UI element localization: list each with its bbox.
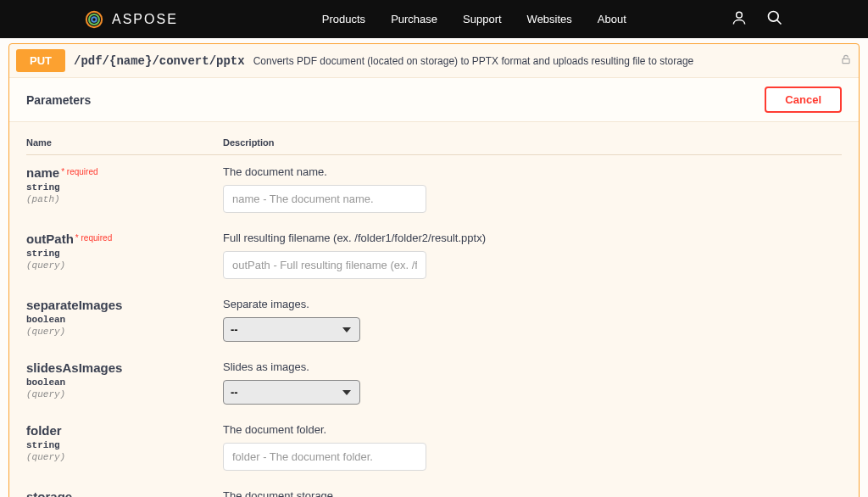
param-row-outpath: outPathrequired string (query) Full resu… [26, 221, 842, 288]
svg-point-1 [89, 14, 99, 25]
param-type: string [26, 182, 223, 193]
nav-about[interactable]: About [598, 13, 626, 25]
param-type: string [26, 248, 223, 259]
param-name: outPath [26, 232, 74, 246]
param-name: name [26, 165, 59, 180]
topbar-actions [731, 9, 783, 29]
param-row-folder: folder string (query) The document folde… [26, 413, 842, 479]
param-input-name[interactable] [223, 185, 426, 213]
required-badge: required [75, 233, 112, 243]
param-name: separateImages [26, 298, 223, 312]
svg-line-5 [777, 20, 782, 25]
parameters-bar: Parameters Cancel [9, 78, 859, 122]
param-description: The document storage. [223, 489, 842, 497]
param-desc-cell: Full resulting filename (ex. /folder1/fo… [223, 232, 842, 279]
param-desc-cell: The document folder. [223, 423, 842, 471]
param-description: Full resulting filename (ex. /folder1/fo… [223, 232, 842, 244]
param-name: folder [26, 423, 223, 438]
nav-support[interactable]: Support [463, 13, 502, 25]
param-row-name: namerequired string (path) The document … [26, 155, 842, 221]
required-badge: required [61, 167, 97, 176]
param-name-cell: slidesAsImages boolean (query) [26, 360, 223, 405]
param-desc-cell: Slides as images. -- [223, 360, 842, 405]
parameters-title: Parameters [26, 93, 91, 107]
main-nav: Products Purchase Support Websites About [322, 13, 626, 25]
cancel-button[interactable]: Cancel [765, 87, 842, 113]
param-in: (query) [26, 327, 223, 337]
table-header-row: Name Description [26, 131, 842, 155]
svg-rect-6 [843, 59, 849, 63]
param-select-separateimages[interactable]: -- [223, 317, 360, 342]
column-header-name: Name [26, 137, 223, 148]
param-in: (path) [26, 194, 223, 204]
endpoint-panel: PUT /pdf/{name}/convert/pptx Converts PD… [8, 43, 860, 497]
param-name: slidesAsImages [26, 360, 223, 375]
endpoint-path: /pdf/{name}/convert/pptx [74, 54, 245, 68]
param-in: (query) [26, 260, 223, 271]
param-select-slidesasimages[interactable]: -- [223, 380, 360, 405]
param-description: Separate images. [223, 298, 842, 310]
param-row-slidesasimages: slidesAsImages boolean (query) Slides as… [26, 350, 842, 413]
param-type: boolean [26, 315, 223, 325]
endpoint-header[interactable]: PUT /pdf/{name}/convert/pptx Converts PD… [9, 44, 859, 78]
param-row-separateimages: separateImages boolean (query) Separate … [26, 288, 842, 350]
param-description: Slides as images. [223, 360, 842, 373]
param-name-cell: outPathrequired string (query) [26, 232, 223, 279]
param-in: (query) [26, 389, 223, 399]
search-icon[interactable] [766, 9, 783, 29]
aspose-logo-icon [85, 10, 103, 29]
param-description: The document folder. [223, 423, 842, 436]
param-row-storage: storage string (query) The document stor… [26, 479, 842, 497]
endpoint-summary: Converts PDF document (located on storag… [253, 55, 694, 67]
http-method-badge: PUT [16, 49, 65, 72]
lock-icon[interactable] [840, 53, 852, 68]
nav-products[interactable]: Products [322, 13, 365, 25]
user-icon[interactable] [731, 9, 748, 29]
param-name-cell: storage string (query) [26, 489, 223, 497]
param-desc-cell: Separate images. -- [223, 298, 842, 342]
param-name-cell: namerequired string (path) [26, 165, 223, 213]
topbar: ASPOSE Products Purchase Support Website… [0, 0, 868, 38]
param-desc-cell: The document storage. [223, 489, 842, 497]
param-type: boolean [26, 377, 223, 388]
param-description: The document name. [223, 165, 842, 178]
logo[interactable]: ASPOSE [85, 10, 178, 29]
param-input-outpath[interactable] [223, 251, 426, 279]
param-desc-cell: The document name. [223, 165, 842, 213]
param-name: storage [26, 489, 223, 497]
svg-point-2 [92, 17, 97, 22]
param-name-cell: folder string (query) [26, 423, 223, 471]
param-type: string [26, 440, 223, 450]
param-in: (query) [26, 452, 223, 462]
svg-point-3 [737, 12, 743, 18]
logo-text: ASPOSE [112, 12, 178, 27]
param-name-cell: separateImages boolean (query) [26, 298, 223, 342]
main-content: PUT /pdf/{name}/convert/pptx Converts PD… [0, 38, 868, 497]
column-header-description: Description [223, 137, 842, 148]
nav-purchase[interactable]: Purchase [391, 13, 437, 25]
nav-websites[interactable]: Websites [527, 13, 572, 25]
parameters-table: Name Description namerequired string (pa… [9, 122, 859, 497]
param-input-folder[interactable] [223, 443, 426, 471]
svg-point-4 [769, 12, 779, 22]
